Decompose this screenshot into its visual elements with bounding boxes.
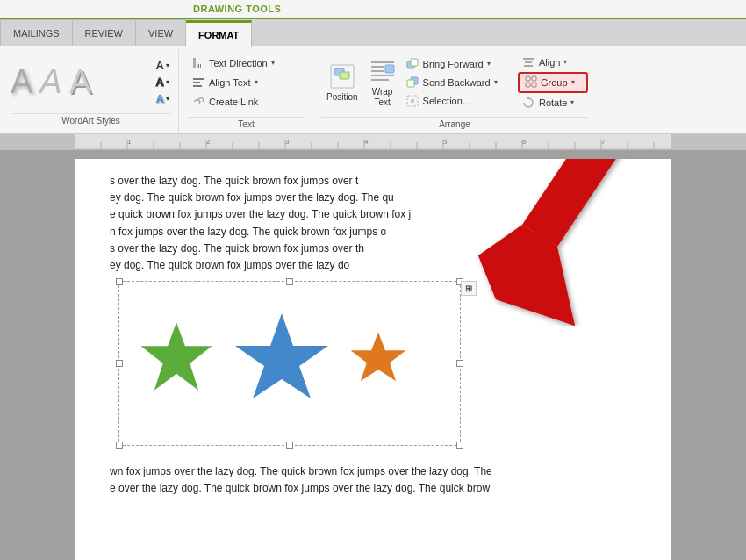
- text-direction-button[interactable]: ≡ Text Direction ▾: [188, 54, 278, 72]
- text-group: ≡ Text Direction ▾ A: [181, 49, 312, 133]
- svg-rect-15: [411, 59, 418, 66]
- tab-mailings[interactable]: MAILINGS: [0, 19, 73, 46]
- align-icon: [521, 55, 535, 69]
- bring-forward-icon: [405, 57, 420, 71]
- small-a-buttons: A ▾ A ▾ A ▾: [154, 58, 171, 106]
- align-text-button[interactable]: Align Text ▾: [188, 74, 262, 91]
- group-button[interactable]: Group ▾: [518, 72, 588, 93]
- tab-format[interactable]: FORMAT: [186, 20, 252, 47]
- svg-rect-24: [526, 83, 530, 87]
- wordart-sample-a2[interactable]: A: [39, 63, 61, 101]
- group-icon: [525, 75, 537, 90]
- align-button[interactable]: Align ▾: [518, 54, 588, 71]
- svg-rect-3: [193, 82, 200, 83]
- wordart-styles-group: A A A A ▾ A ▾ A ▾: [4, 49, 179, 133]
- send-backward-button[interactable]: Send Backward ▾: [402, 74, 518, 91]
- text-line-bottom-2: e over the lazy dog. The quick brown fox…: [110, 480, 636, 497]
- svg-rect-7: [340, 72, 349, 79]
- wrap-text-icon: [369, 57, 397, 85]
- svg-rect-13: [385, 65, 394, 73]
- arrange-last-col: Align ▾ Group: [518, 54, 588, 111]
- arrange-group: Position Wrap Text: [314, 49, 595, 133]
- handle-br[interactable]: [456, 442, 463, 449]
- doc-text-bottom: wn fox jumps over the lazy dog. The quic…: [110, 463, 636, 497]
- handle-bl[interactable]: [116, 442, 123, 449]
- create-link-icon: [191, 95, 205, 109]
- create-link-label: Create Link: [209, 97, 258, 107]
- mini-toolbar[interactable]: ⊞: [461, 281, 477, 296]
- svg-text:3: 3: [285, 138, 290, 146]
- group-arrow: ▾: [571, 78, 575, 86]
- position-icon: [328, 62, 356, 90]
- text-direction-icon: ≡: [191, 56, 205, 70]
- svg-text:1: 1: [127, 138, 132, 146]
- rotate-button[interactable]: Rotate ▾: [518, 94, 588, 111]
- selection-label: Selection...: [423, 96, 470, 106]
- text-line-3: e quick brown fox jumps over the lazy do…: [110, 206, 636, 223]
- svg-rect-8: [371, 61, 394, 63]
- handle-tc[interactable]: [286, 278, 293, 285]
- handle-ml[interactable]: [116, 360, 123, 367]
- create-link-button[interactable]: Create Link: [188, 93, 262, 111]
- svg-rect-1: [193, 58, 196, 68]
- svg-rect-2: [193, 78, 204, 80]
- wordart-sample-a1[interactable]: A: [11, 63, 32, 101]
- text-group-label: Text: [188, 117, 305, 133]
- arrange-cols: Position Wrap Text: [321, 49, 588, 115]
- drawing-tools-bar: DRAWING TOOLS: [0, 0, 746, 19]
- ribbon-content: A A A A ▾ A ▾ A ▾: [0, 46, 746, 133]
- tab-row: MAILINGS REVIEW VIEW FORMAT: [0, 19, 746, 46]
- svg-marker-58: [141, 322, 212, 390]
- blue-star: [233, 309, 330, 419]
- wrap-text-button[interactable]: Wrap Text: [363, 54, 402, 111]
- text-line-5: s over the lazy dog. The quick brown fox…: [110, 241, 636, 257]
- doc-text-top: s over the lazy dog. The quick brown fox…: [110, 173, 636, 274]
- text-line-6: ey dog. The quick brown fox jumps over t…: [110, 257, 636, 274]
- svg-rect-22: [526, 76, 530, 81]
- handle-bc[interactable]: [286, 442, 293, 449]
- position-button[interactable]: Position: [321, 59, 363, 106]
- text-line-1: s over the lazy dog. The quick brown fox…: [110, 173, 636, 190]
- selection-button[interactable]: Selection...: [402, 92, 518, 110]
- wordart-sample-a3[interactable]: A: [69, 63, 91, 101]
- wordart-group-label: WordArt Styles: [11, 113, 171, 129]
- svg-marker-59: [235, 313, 328, 398]
- rotate-label: Rotate: [539, 97, 567, 108]
- text-outline-button[interactable]: A ▾: [154, 75, 171, 90]
- text-effects-button[interactable]: A ▾: [154, 91, 171, 106]
- tab-view[interactable]: VIEW: [136, 19, 186, 46]
- bring-forward-label: Bring Forward: [423, 59, 484, 69]
- position-label: Position: [326, 92, 358, 103]
- ruler-area: 1 2 3 4 5 6 7: [0, 134, 746, 150]
- svg-rect-27: [75, 134, 671, 149]
- selection-rect: [118, 281, 461, 446]
- svg-rect-9: [371, 66, 384, 68]
- doc-area: s over the lazy dog. The quick brown fox…: [0, 150, 746, 560]
- green-star: [137, 318, 216, 410]
- align-text-arrow: ▾: [255, 78, 258, 86]
- svg-text:2: 2: [206, 138, 211, 146]
- wordart-samples: A A A: [11, 63, 151, 101]
- arrange-right-col: Bring Forward ▾ Send Backward ▾: [402, 55, 518, 110]
- text-line-4: n fox jumps over the lazy dog. The quick…: [110, 224, 636, 241]
- svg-text:4: 4: [364, 138, 369, 146]
- wordart-samples-area: A A A A ▾ A ▾ A ▾: [11, 53, 171, 111]
- selection-icon: [405, 94, 420, 108]
- bring-forward-arrow: ▾: [487, 60, 491, 68]
- text-group-content: ≡ Text Direction ▾ A: [188, 49, 305, 115]
- align-label: Align: [539, 57, 560, 68]
- svg-rect-20: [525, 61, 532, 63]
- svg-rect-19: [523, 58, 534, 60]
- text-line-bottom-1: wn fox jumps over the lazy dog. The quic…: [110, 463, 636, 480]
- tab-review[interactable]: REVIEW: [73, 19, 136, 46]
- document-page: s over the lazy dog. The quick brown fox…: [75, 159, 671, 560]
- stars-row: [119, 282, 460, 445]
- bring-forward-button[interactable]: Bring Forward ▾: [402, 55, 518, 73]
- send-backward-label: Send Backward: [423, 77, 491, 88]
- handle-mr[interactable]: [456, 360, 463, 367]
- handle-tl[interactable]: [116, 278, 123, 285]
- shapes-area: ⊞: [110, 281, 636, 456]
- drawing-tools-label: DRAWING TOOLS: [193, 4, 281, 14]
- text-fill-button[interactable]: A ▾: [154, 58, 171, 73]
- group-label: Group: [541, 77, 568, 88]
